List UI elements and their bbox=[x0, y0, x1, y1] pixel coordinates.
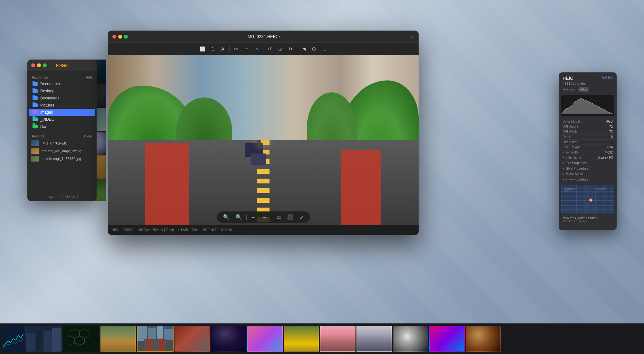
toolbar-rotate-left-button[interactable]: ↺ bbox=[265, 44, 274, 53]
main-filename: IMG_9231.HEIC bbox=[246, 34, 277, 39]
histogram-tab-rgb[interactable]: Histogram bbox=[561, 87, 578, 92]
status-taken: Taken: 2019.10.19 14:44:26 bbox=[192, 228, 232, 232]
filmstrip bbox=[0, 323, 644, 354]
film-neon-thumb[interactable] bbox=[429, 326, 465, 352]
folder-icon bbox=[33, 96, 38, 100]
film-city-selected-thumb[interactable] bbox=[137, 326, 174, 352]
svg-rect-18 bbox=[26, 333, 35, 352]
sidebar-item-pictures[interactable]: Pictures bbox=[29, 102, 95, 109]
sidebar-item-label: _VIDEO bbox=[40, 117, 54, 122]
zoom-in-button[interactable]: 🔍 bbox=[234, 213, 243, 221]
dual-view-button[interactable]: ⬛ bbox=[286, 213, 295, 221]
film-night-sky-thumb[interactable] bbox=[211, 326, 246, 352]
recent-item-1[interactable]: IMG_6776.HEIC bbox=[27, 139, 97, 147]
prop-label: DPI Width bbox=[563, 130, 577, 134]
exif-properties-expandable[interactable]: ▶ Exif Properties bbox=[563, 160, 613, 166]
recent-thumb-1 bbox=[31, 140, 39, 146]
expand-button[interactable]: ⤢ bbox=[298, 213, 305, 221]
sidebar-item-downloads[interactable]: Downloads bbox=[29, 95, 95, 102]
add-favorite-button[interactable]: Add bbox=[86, 76, 92, 79]
prop-label: DPI Height bbox=[563, 125, 578, 128]
toolbar-triangle-button[interactable]: ⬔ bbox=[299, 44, 308, 53]
svg-rect-32 bbox=[164, 329, 173, 340]
app-icon-filmstrip[interactable] bbox=[2, 326, 24, 352]
status-filesize: 4,1 MB bbox=[178, 228, 188, 232]
main-minimize-button[interactable] bbox=[118, 35, 122, 39]
toolbar-cut-button[interactable]: ✂ bbox=[232, 44, 241, 53]
film-hexagon-thumb[interactable] bbox=[63, 326, 99, 352]
fullscreen-button[interactable]: ⤢ bbox=[410, 33, 414, 40]
film-gradient-thumb[interactable] bbox=[247, 326, 283, 352]
film-architecture-thumb[interactable] bbox=[25, 326, 62, 352]
toolbar-shape-button[interactable]: ⬡ bbox=[208, 44, 217, 53]
sidebar-item-images[interactable]: Images bbox=[29, 109, 95, 116]
sidebar-item-label: Images bbox=[40, 110, 53, 115]
prev-image-button[interactable]: ← bbox=[250, 214, 258, 221]
film-yellow-field-thumb[interactable] bbox=[284, 326, 319, 352]
film-mountain-thumb[interactable] bbox=[356, 326, 392, 352]
svg-rect-17 bbox=[26, 326, 61, 352]
recent-item-2[interactable]: around_you_large_2x.jpg bbox=[27, 147, 97, 155]
svg-marker-24 bbox=[80, 329, 89, 338]
main-close-button[interactable] bbox=[112, 35, 116, 39]
folder-icon bbox=[33, 125, 38, 128]
status-dimensions: 4032px × 3024px (72ppi) bbox=[138, 228, 174, 232]
prop-label: Profile Name bbox=[563, 156, 581, 159]
toolbar-crop-button[interactable]: ⬜ bbox=[198, 44, 207, 53]
main-toolbar: ⬜ ⬡ A ✂ ▭ ○ ↺ ⊕ ↻ ⬔ ⬡ … bbox=[108, 43, 419, 55]
prop-label: Color Model bbox=[563, 120, 580, 123]
histogram-tabs: Histogram Value bbox=[559, 87, 617, 93]
get-info-button[interactable]: Get Info bbox=[602, 76, 613, 79]
sidebar-item-video[interactable]: _VIDEO bbox=[29, 116, 95, 123]
toolbar-more-button[interactable]: … bbox=[320, 44, 329, 53]
prop-value: 4 032 bbox=[605, 151, 613, 154]
svg-rect-22 bbox=[63, 326, 99, 352]
exif-label: Exif Properties bbox=[566, 161, 587, 165]
clear-recents-button[interactable]: Clear bbox=[84, 135, 92, 138]
prop-dpi-width: DPI Width 72 bbox=[563, 129, 613, 135]
toolbar-rect-button[interactable]: ▭ bbox=[242, 44, 251, 53]
sidebar-item-documents[interactable]: Documents bbox=[29, 80, 95, 88]
film-city-red-thumb[interactable] bbox=[175, 326, 210, 352]
toolbar-circle-button[interactable]: ○ bbox=[252, 44, 261, 53]
maximize-button[interactable] bbox=[43, 63, 47, 67]
chevron-right-icon: ▶ bbox=[563, 162, 564, 164]
toolbar-hex-button[interactable]: ⬡ bbox=[309, 44, 318, 53]
sidebar-item-label: Desktop bbox=[40, 89, 54, 93]
maker-apple-expandable[interactable]: ▶ MakerApple bbox=[563, 171, 613, 177]
toolbar-rotate-right-button[interactable]: ↻ bbox=[286, 44, 295, 53]
next-image-button[interactable]: → bbox=[261, 214, 269, 221]
tiff-properties-expandable[interactable]: ▶ TIFF Properties bbox=[563, 177, 613, 182]
map-area[interactable]: ROCKEFELLER CENTER TURTLE BAY bbox=[561, 185, 614, 214]
gps-properties-expandable[interactable]: ▶ GPS Properties bbox=[563, 166, 613, 171]
film-landscape-thumb[interactable] bbox=[100, 326, 136, 352]
prop-value: RGB bbox=[606, 120, 613, 123]
sidebar-status: Images: 149, Videos: 1 bbox=[27, 195, 97, 199]
single-view-button[interactable]: ▭ bbox=[275, 213, 283, 221]
zoom-out-button[interactable]: 🔍 bbox=[222, 213, 231, 221]
svg-marker-26 bbox=[65, 336, 75, 345]
histogram-chart bbox=[561, 95, 614, 116]
chevron-right-icon: ▶ bbox=[563, 178, 564, 181]
histogram-tab-value[interactable]: Value bbox=[578, 87, 589, 92]
film-star-thumb[interactable] bbox=[393, 326, 428, 352]
sidebar-item-desktop[interactable]: Desktop bbox=[29, 88, 95, 95]
recents-label: Recents bbox=[32, 135, 44, 138]
main-maximize-button[interactable] bbox=[124, 35, 128, 39]
toolbar-add-button[interactable]: ⊕ bbox=[276, 44, 285, 53]
sidebar-content: Favourites Add Documents Desktop Downloa… bbox=[27, 71, 97, 165]
sidebar-item-raw[interactable]: raw bbox=[29, 123, 95, 130]
close-button[interactable] bbox=[31, 63, 35, 67]
svg-rect-21 bbox=[52, 328, 61, 352]
vehicle-2 bbox=[251, 154, 266, 165]
gps-label: GPS Properties bbox=[566, 167, 588, 170]
toolbar-text-button[interactable]: A bbox=[218, 44, 227, 53]
minimize-button[interactable] bbox=[37, 63, 41, 67]
recent-name-3: pexels-engi_1435752.jpg bbox=[42, 157, 81, 161]
recent-item-3[interactable]: pexels-engi_1435752.jpg bbox=[27, 155, 97, 163]
folder-icon bbox=[33, 110, 38, 114]
prop-color-model: Color Model RGB bbox=[563, 119, 613, 124]
film-pink-sky-thumb[interactable] bbox=[320, 326, 355, 352]
svg-marker-23 bbox=[70, 329, 80, 338]
film-sphere-thumb[interactable] bbox=[466, 326, 501, 352]
